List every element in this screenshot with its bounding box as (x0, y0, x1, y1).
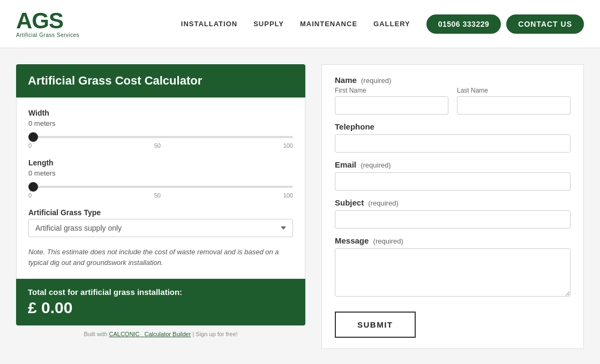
nav-maintenance[interactable]: MAINTENANCE (300, 20, 357, 28)
logo-ags[interactable]: AGS (16, 10, 79, 32)
contact-us-button[interactable]: CONTACT US (506, 14, 584, 34)
width-value-display: 0 meters (28, 119, 293, 127)
length-slider[interactable] (28, 186, 293, 188)
first-name-input[interactable] (335, 96, 448, 115)
telephone-group: Telephone (335, 122, 571, 153)
subject-label: Subject (required) (335, 198, 571, 207)
message-required-tag: (required) (373, 237, 403, 245)
subject-input[interactable] (335, 210, 571, 229)
site-header: AGS Artificial Grass Services INSTALLATI… (0, 0, 600, 48)
main-nav: INSTALLATION SUPPLY MAINTENANCE GALLERY (181, 20, 410, 28)
length-slider-labels: 0 50 100 (28, 192, 293, 199)
email-required-tag: (required) (361, 161, 391, 169)
grass-type-label: Artificial Grass Type (28, 208, 293, 217)
width-label: Width (28, 109, 293, 117)
submit-button[interactable]: SUBMIT (335, 312, 416, 338)
logo-subtitle: Artificial Grass Services (16, 32, 79, 38)
last-name-group: Last Name (457, 87, 571, 115)
message-textarea[interactable] (335, 248, 571, 297)
last-name-label: Last Name (457, 87, 571, 94)
length-max: 100 (283, 192, 293, 199)
calculator-panel: Artificial Grass Cost Calculator Width 0… (16, 64, 305, 349)
total-label: Total cost for artificial grass installa… (28, 287, 294, 297)
built-with-prefix: Built with (84, 331, 109, 337)
width-slider[interactable] (28, 136, 293, 138)
built-with: Built with CALCONIC_ Calculator Builder … (16, 331, 305, 337)
total-box: Total cost for artificial grass installa… (16, 279, 305, 325)
width-slider-labels: 0 50 100 (28, 142, 293, 149)
email-group: Email (required) (335, 160, 571, 191)
calculator-body: Width 0 meters 0 50 100 Length 0 meters … (16, 97, 305, 279)
total-value: £ 0.00 (28, 299, 294, 317)
subject-required-tag: (required) (368, 199, 398, 207)
main-content: Artificial Grass Cost Calculator Width 0… (0, 48, 600, 360)
nav-gallery[interactable]: GALLERY (373, 20, 410, 28)
phone-button[interactable]: 01506 333229 (426, 14, 501, 34)
email-label: Email (required) (335, 160, 571, 169)
calculator-header: Artificial Grass Cost Calculator (16, 64, 305, 97)
calconic-link[interactable]: CALCONIC_ Calculator Builder (109, 331, 191, 337)
grass-type-dropdown[interactable]: Artificial grass supply only Artificial … (28, 219, 293, 237)
telephone-input[interactable] (335, 134, 571, 153)
email-input[interactable] (335, 172, 571, 191)
first-name-group: First Name (335, 87, 448, 115)
name-section: Name (required) First Name Last Name (335, 75, 571, 115)
message-group: Message (required) (335, 236, 571, 299)
logo-area: AGS Artificial Grass Services (16, 10, 79, 38)
width-max: 100 (283, 142, 293, 149)
width-field: Width 0 meters 0 50 100 (28, 109, 293, 149)
name-label: Name (required) (335, 75, 571, 85)
length-min: 0 (28, 192, 32, 199)
calculator-note: Note. This estimate does not include the… (28, 247, 293, 268)
name-required-tag: (required) (361, 77, 391, 85)
name-fields: First Name Last Name (335, 87, 571, 115)
length-field: Length 0 meters 0 50 100 (28, 158, 293, 199)
calculator-title: Artificial Grass Cost Calculator (28, 74, 294, 88)
width-mid: 50 (154, 142, 161, 149)
length-value-display: 0 meters (28, 169, 293, 177)
telephone-label: Telephone (335, 122, 571, 131)
grass-type-field: Artificial Grass Type Artificial grass s… (28, 208, 293, 237)
last-name-input[interactable] (457, 96, 571, 115)
subject-group: Subject (required) (335, 198, 571, 229)
length-label: Length (28, 158, 293, 167)
contact-form-panel: Name (required) First Name Last Name Tel… (321, 64, 584, 349)
length-mid: 50 (154, 192, 161, 199)
first-name-label: First Name (335, 87, 448, 94)
width-min: 0 (28, 142, 32, 149)
nav-installation[interactable]: INSTALLATION (181, 20, 237, 28)
built-with-suffix: | Sign up for free! (191, 331, 237, 337)
message-label: Message (required) (335, 236, 571, 245)
nav-supply[interactable]: SUPPLY (253, 20, 284, 28)
